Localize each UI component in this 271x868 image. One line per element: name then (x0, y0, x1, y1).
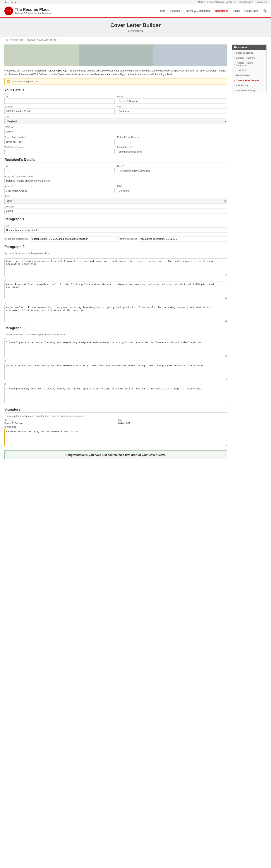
sidebar-link-ksa-builder[interactable]: KSA Builder (234, 84, 264, 87)
nav-books[interactable]: Books (233, 9, 240, 12)
enclosed-input[interactable] (30, 236, 118, 242)
enclosures-textarea[interactable] (4, 429, 227, 446)
nav-training[interactable]: Training & Certification (184, 9, 211, 12)
recip-zip-input[interactable] (4, 209, 227, 214)
sidebar-link-success-stories[interactable]: Success Stories (234, 52, 264, 54)
date-value: 2014-10-22 (118, 422, 227, 425)
nav-services[interactable]: Services (170, 9, 180, 12)
breadcrumb: The Resume Place › Resources › Cover Let… (0, 37, 271, 42)
para3-header: Paragraph 3 (4, 326, 227, 331)
para2-item-2: 2. (4, 278, 227, 300)
state-select[interactable]: Maryland (4, 119, 227, 124)
about-us-link[interactable]: About Us (226, 1, 235, 3)
nav-home[interactable]: Home (158, 9, 165, 12)
main-layout: Please use our Cover Letter Template FRE… (0, 42, 271, 462)
email-label: Email Address* (117, 146, 227, 148)
title-input[interactable] (4, 98, 114, 104)
dear-label: Dear (4, 224, 227, 227)
logo-title: The Resume Place (15, 7, 52, 12)
sidebar-link-newsletter[interactable]: Newsletter & Blog (234, 89, 264, 92)
work-email-row: Work Phone Number Email Address* (4, 146, 227, 154)
page-subtitle: Resources (4, 29, 267, 33)
intro-free: FREE OF CHARGE (45, 69, 67, 72)
recip-name-label: Name* (117, 165, 227, 167)
para3-num-1: 1. (4, 337, 227, 339)
title-name-row: Title Name* (4, 95, 227, 104)
para2-num-1: 1. (4, 255, 227, 258)
social-icons: 🐦 f in ▶ (4, 1, 16, 3)
contact-us-link[interactable]: Contact Us (256, 1, 267, 3)
sidebar-item-free-builders[interactable]: Free Builders (232, 73, 266, 78)
para2-textarea-3[interactable] (4, 305, 227, 322)
para2-textarea-2[interactable] (4, 282, 227, 299)
youtube-icon[interactable]: ▶ (15, 1, 16, 3)
sidebar-item-success-stories[interactable]: Success Stories (232, 50, 266, 55)
para3-num-3: 3. (4, 383, 227, 385)
logo[interactable]: TRP The Resume Place Federal & Private S… (4, 6, 52, 15)
hero-img-3 (153, 44, 227, 66)
required-notice: * indicates a required field. (11, 80, 40, 83)
make-payment-link[interactable]: Make a Payment / Deposit (198, 1, 224, 3)
address-group: Address* (4, 105, 114, 114)
para2-num-3: 3. (4, 301, 227, 304)
recip-state-group: State* Ohio (4, 195, 227, 204)
sidebar-item-cover-letter[interactable]: Cover Letter Builder (232, 78, 266, 83)
zip-input[interactable] (4, 129, 227, 134)
para2-item-3: 3. (4, 301, 227, 323)
intro-text-1: Please use our Cover Letter Template (4, 69, 45, 72)
recip-agency-input[interactable] (4, 178, 227, 183)
address-input[interactable] (4, 108, 114, 114)
recip-address-input[interactable] (4, 188, 114, 193)
name-label: Name* (117, 95, 227, 98)
alert-icon: ! (7, 80, 10, 83)
position-input[interactable] (139, 236, 227, 242)
sidebar-link-sample-resumes[interactable]: Sample Resumes (234, 57, 264, 59)
sidebar-item-sample-resumes[interactable]: Sample Resumes (232, 55, 266, 60)
recip-name-input[interactable] (117, 168, 227, 173)
recip-title-input[interactable] (4, 168, 114, 173)
home-phone-input[interactable] (4, 139, 114, 144)
recip-agency-group: Agency or Organization Name* (4, 175, 227, 183)
sidebar-item-ksa-builder[interactable]: KSA Builder (232, 83, 266, 88)
address-city-row: Address* City* (4, 105, 227, 114)
press-releases-link[interactable]: Press Releases (238, 1, 253, 3)
sidebar-item-useful-links[interactable]: Useful Links (232, 68, 266, 73)
work-phone-input[interactable] (4, 149, 114, 154)
date-label: Date (118, 419, 227, 422)
para2-textarea-1[interactable] (4, 258, 227, 276)
sidebar-link-federal-resume-db[interactable]: Federal Resume Database (234, 61, 264, 67)
sidebar-item-newsletter[interactable]: Newsletter & Blog (232, 88, 266, 93)
page-hero: Cover Letter Builder Resources (0, 18, 271, 37)
sidebar-title: Resources (232, 45, 266, 50)
content-area: Please use our Cover Letter Template FRE… (4, 44, 227, 459)
recip-city-input[interactable] (117, 188, 227, 193)
nav-get-quote[interactable]: Get a Quote (244, 9, 259, 12)
recip-addr-city-row: Address* City* (4, 185, 227, 193)
para3-textarea-1[interactable] (4, 340, 227, 357)
email-group: Email Address* (117, 146, 227, 154)
sidebar-link-free-builders[interactable]: Free Builders (234, 74, 264, 77)
mobile-phone-input[interactable] (117, 139, 227, 144)
nav-resources[interactable]: Resources (215, 9, 228, 12)
hero-img-1 (4, 44, 79, 66)
home-phone-group: Home Phone Number* (4, 136, 114, 144)
name-input[interactable] (117, 98, 227, 104)
para3-textarea-2[interactable] (4, 363, 227, 380)
recip-title-name-row: Title Name* (4, 165, 227, 173)
site-header: TRP The Resume Place Federal & Private S… (0, 4, 271, 18)
city-input[interactable] (117, 108, 227, 114)
sidebar-link-useful-links[interactable]: Useful Links (234, 69, 264, 72)
sidebar-item-federal-resume-db[interactable]: Federal Resume Database (232, 60, 266, 68)
search-icon[interactable]: 🔍 (263, 9, 267, 13)
linkedin-icon[interactable]: in (11, 1, 13, 3)
sidebar-link-cover-letter[interactable]: Cover Letter Builder (234, 79, 264, 82)
twitter-icon[interactable]: 🐦 (4, 1, 7, 3)
recip-title-label: Title (4, 165, 114, 167)
email-input[interactable] (117, 149, 227, 154)
dear-input[interactable] (4, 227, 227, 233)
para2-item-1: 1. (4, 255, 227, 277)
zip-row: ZIP Code* (4, 126, 227, 134)
para3-textarea-3[interactable] (4, 386, 227, 403)
recip-state-select[interactable]: Ohio (4, 198, 227, 204)
facebook-icon[interactable]: f (9, 1, 9, 3)
